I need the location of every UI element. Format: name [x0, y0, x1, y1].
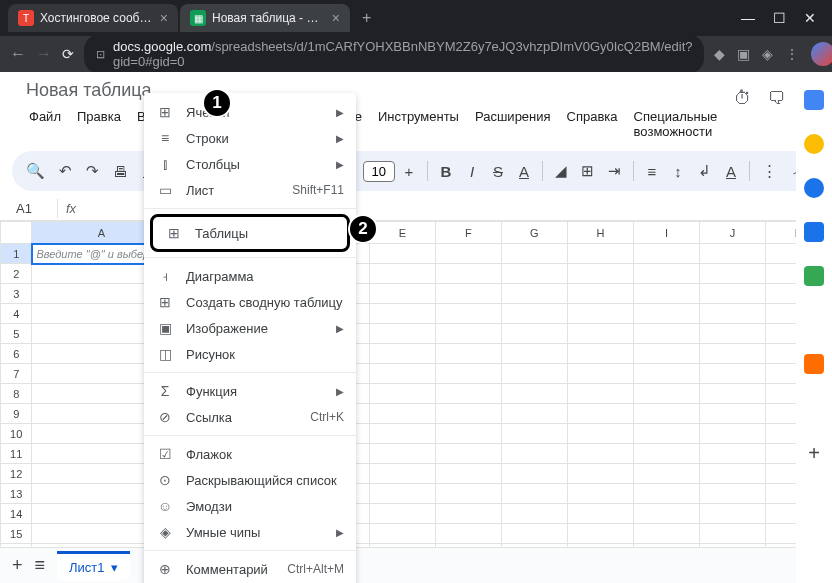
cell[interactable]	[633, 304, 699, 324]
cell[interactable]	[435, 244, 501, 264]
all-sheets-icon[interactable]: ≡	[35, 555, 46, 576]
history-icon[interactable]: ⏱	[734, 88, 752, 109]
cell[interactable]	[369, 324, 435, 344]
menu-item-рисунок[interactable]: ◫ Рисунок	[144, 341, 356, 367]
menu-tools[interactable]: Инструменты	[371, 105, 466, 143]
maximize-icon[interactable]: ☐	[773, 10, 786, 26]
cell[interactable]	[369, 464, 435, 484]
cell[interactable]	[369, 424, 435, 444]
align-icon[interactable]: ≡	[640, 157, 664, 186]
cell[interactable]	[633, 504, 699, 524]
cell[interactable]	[435, 424, 501, 444]
cell[interactable]	[501, 284, 567, 304]
text-color-icon[interactable]: A	[512, 157, 536, 186]
cell[interactable]	[633, 484, 699, 504]
row-header[interactable]: 5	[1, 324, 32, 344]
close-icon[interactable]: ×	[160, 10, 168, 26]
cell[interactable]	[633, 384, 699, 404]
menu-item-ячейки[interactable]: ⊞ Ячейки ▶	[144, 99, 356, 125]
row-header[interactable]: 10	[1, 424, 32, 444]
valign-icon[interactable]: ↕	[666, 157, 690, 186]
menu-item-раскрывающийся-список[interactable]: ⊙ Раскрывающийся список	[144, 467, 356, 493]
addon-icon[interactable]	[804, 354, 824, 374]
italic-icon[interactable]: I	[460, 157, 484, 186]
menu-edit[interactable]: Правка	[70, 105, 128, 143]
cell[interactable]	[567, 524, 633, 544]
cell[interactable]	[435, 404, 501, 424]
cell[interactable]	[501, 524, 567, 544]
cell[interactable]	[567, 344, 633, 364]
reload-icon[interactable]: ⟳	[62, 46, 74, 62]
back-icon[interactable]: ←	[10, 45, 26, 63]
cell[interactable]	[369, 404, 435, 424]
cell[interactable]	[435, 384, 501, 404]
minimize-icon[interactable]: —	[741, 10, 755, 26]
cell[interactable]	[369, 264, 435, 284]
browser-tab-active[interactable]: ▦ Новая таблица - Google Табл. ×	[180, 4, 350, 32]
calendar-icon[interactable]	[804, 90, 824, 110]
menu-item-эмодзи[interactable]: ☺ Эмодзи	[144, 493, 356, 519]
cell[interactable]	[435, 524, 501, 544]
cell[interactable]	[699, 244, 765, 264]
cell[interactable]	[567, 284, 633, 304]
menu-item-функция[interactable]: Σ Функция ▶	[144, 378, 356, 404]
sheet-tab-active[interactable]: Лист1 ▾	[57, 551, 129, 581]
menu-item-умные-чипы[interactable]: ◈ Умные чипы ▶	[144, 519, 356, 545]
cell[interactable]	[567, 324, 633, 344]
cell[interactable]	[633, 404, 699, 424]
cell[interactable]	[435, 344, 501, 364]
cell[interactable]	[501, 504, 567, 524]
tasks-icon[interactable]	[804, 178, 824, 198]
row-header[interactable]: 9	[1, 404, 32, 424]
undo-icon[interactable]: ↶	[53, 156, 78, 186]
row-header[interactable]: 1	[1, 244, 32, 264]
column-header[interactable]: F	[435, 222, 501, 244]
search-icon[interactable]: 🔍	[20, 156, 51, 186]
cell[interactable]	[369, 364, 435, 384]
row-header[interactable]: 4	[1, 304, 32, 324]
document-title[interactable]: Новая таблица	[22, 78, 724, 103]
cell[interactable]	[567, 484, 633, 504]
comments-icon[interactable]: 🗨	[768, 88, 786, 109]
menu-item-столбцы[interactable]: ⫿ Столбцы ▶	[144, 151, 356, 177]
fill-color-icon[interactable]: ◢	[549, 156, 573, 186]
cell[interactable]	[633, 524, 699, 544]
close-window-icon[interactable]: ✕	[804, 10, 816, 26]
address-bar[interactable]: ⊡ docs.google.com/spreadsheets/d/1mCARfY…	[84, 34, 704, 74]
keep-icon[interactable]	[804, 134, 824, 154]
cell[interactable]	[567, 424, 633, 444]
cell[interactable]	[501, 324, 567, 344]
cell[interactable]	[435, 364, 501, 384]
wrap-icon[interactable]: ↲	[692, 156, 717, 186]
menu-accessibility[interactable]: Специальные возможности	[627, 105, 725, 143]
profile-avatar[interactable]	[811, 42, 832, 66]
cell[interactable]	[369, 284, 435, 304]
menu-item-создать-сводную-таблицу[interactable]: ⊞ Создать сводную таблицу	[144, 289, 356, 315]
cell[interactable]	[633, 244, 699, 264]
cell[interactable]	[699, 324, 765, 344]
menu-item-строки[interactable]: ≡ Строки ▶	[144, 125, 356, 151]
cell[interactable]	[369, 484, 435, 504]
merge-icon[interactable]: ⇥	[602, 156, 627, 186]
cell[interactable]	[501, 384, 567, 404]
menu-item-флажок[interactable]: ☑ Флажок	[144, 441, 356, 467]
cell[interactable]	[369, 504, 435, 524]
strikethrough-icon[interactable]: S	[486, 157, 510, 186]
cell[interactable]	[501, 264, 567, 284]
cell[interactable]	[633, 464, 699, 484]
new-tab-button[interactable]: +	[352, 9, 381, 27]
cell[interactable]	[501, 364, 567, 384]
row-header[interactable]: 13	[1, 484, 32, 504]
cell[interactable]	[567, 304, 633, 324]
cell[interactable]	[567, 444, 633, 464]
cell[interactable]	[501, 464, 567, 484]
menu-item-комментарий[interactable]: ⊕ Комментарий Ctrl+Alt+M	[144, 556, 356, 582]
cell[interactable]	[633, 424, 699, 444]
maps-icon[interactable]	[804, 266, 824, 286]
menu-help[interactable]: Справка	[560, 105, 625, 143]
cell[interactable]	[633, 264, 699, 284]
chevron-down-icon[interactable]: ▾	[111, 560, 118, 575]
cell[interactable]	[435, 284, 501, 304]
cell[interactable]	[435, 504, 501, 524]
cell[interactable]	[567, 264, 633, 284]
